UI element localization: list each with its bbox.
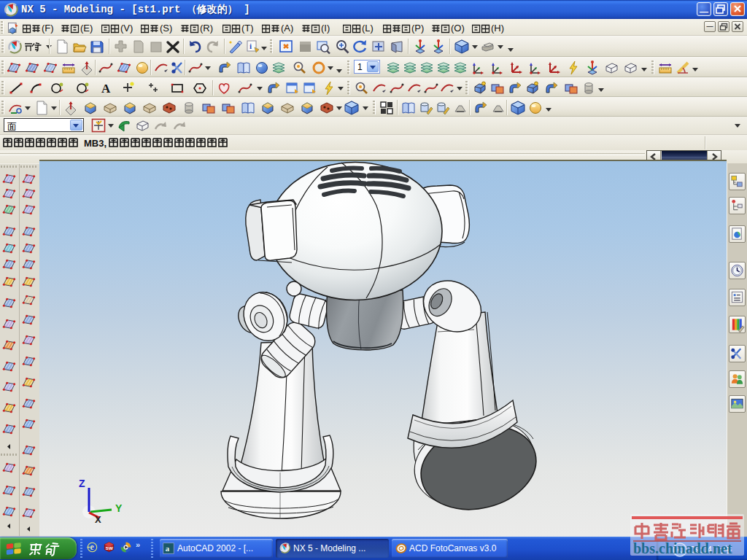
svg-text:MB3,: MB3,: [84, 138, 107, 149]
svg-text:a: a: [166, 544, 170, 553]
svg-text:e: e: [90, 542, 93, 552]
svg-text:SW: SW: [106, 545, 113, 551]
svg-text:Z: Z: [79, 478, 85, 489]
svg-text:Y: Y: [115, 502, 123, 514]
svg-text:X: X: [95, 514, 101, 525]
